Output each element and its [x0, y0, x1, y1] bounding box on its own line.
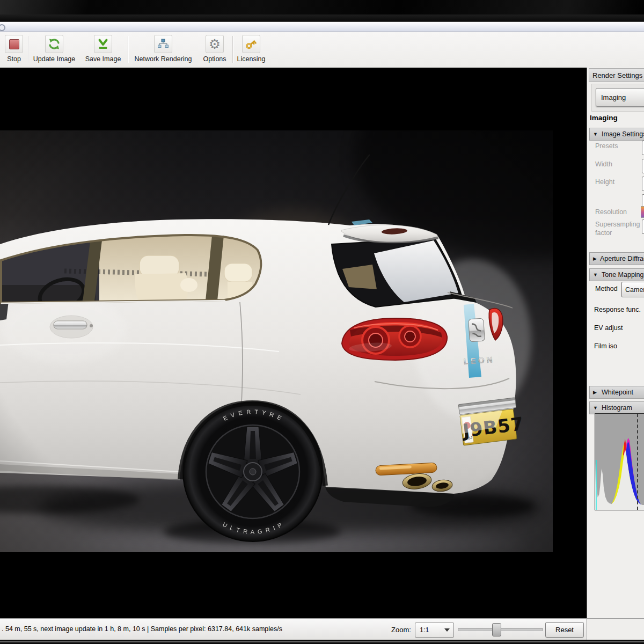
section-histogram[interactable]: ▼ Histogram — [589, 401, 644, 414]
histogram-clip-marker — [637, 414, 638, 510]
resolution-label: Resolution — [595, 208, 627, 216]
zoom-slider-handle[interactable] — [492, 623, 501, 636]
zoom-value: 1:1 — [420, 626, 429, 634]
category-dropdown[interactable]: Imaging — [596, 88, 644, 107]
supersampling-label-2: factor — [595, 229, 612, 237]
toolbar: Stop Update Image Save Image — [0, 32, 644, 68]
method-label: Method — [595, 285, 618, 292]
ev-adjust-label: EV adjust — [594, 324, 623, 332]
section-label: Aperture Diffraction — [600, 255, 644, 262]
key-icon — [245, 38, 258, 50]
gear-icon: ⚙ — [209, 38, 221, 51]
render-viewport-image: LEON GBJ J9B57 — [0, 130, 553, 552]
supersampling-label-1: Supersampling — [595, 221, 640, 228]
toolbar-separator — [28, 36, 28, 63]
section-tone-mapping[interactable]: ▼ Tone Mapping — [589, 268, 644, 281]
triangle-down-icon: ▼ — [593, 272, 598, 277]
render-viewport: LEON GBJ J9B57 — [0, 68, 644, 618]
section-label: Whitepoint — [602, 389, 633, 396]
licensing-button[interactable]: Licensing — [235, 35, 267, 65]
stop-icon — [9, 39, 19, 49]
toolbar-separator — [232, 36, 233, 63]
network-rendering-label: Network Rendering — [135, 55, 192, 63]
section-image-settings[interactable]: ▼ Image Settings — [589, 128, 644, 141]
presets-field[interactable] — [642, 141, 644, 155]
save-download-icon — [97, 38, 109, 50]
status-bar-right-segment — [586, 619, 644, 640]
resolution-indicator-icon — [641, 206, 644, 218]
film-iso-label: Film iso — [594, 342, 617, 350]
refresh-icon — [48, 38, 61, 50]
method-dropdown[interactable]: Camera — [621, 282, 644, 297]
update-image-button[interactable]: Update Image — [31, 35, 77, 65]
status-bar: . 54 m, 55 s, next image update in 1 h, … — [0, 618, 644, 640]
width-label: Width — [595, 160, 612, 168]
triangle-right-icon: ▶ — [593, 256, 597, 261]
panel-title: Render Settings — [589, 68, 644, 82]
network-icon — [157, 38, 170, 50]
chevron-down-icon — [444, 628, 450, 632]
triangle-right-icon: ▶ — [593, 390, 598, 395]
presets-label: Presets — [595, 142, 618, 150]
stop-label: Stop — [7, 55, 21, 63]
window-bottom-edge — [0, 640, 644, 644]
options-label: Options — [203, 55, 226, 63]
triangle-down-icon: ▼ — [593, 405, 598, 411]
render-status-text: . 54 m, 55 s, next image update in 1 h, … — [2, 625, 282, 633]
histogram-plot — [595, 413, 644, 510]
network-rendering-button[interactable]: Network Rendering — [131, 35, 195, 65]
licensing-label: Licensing — [237, 55, 266, 63]
update-image-label: Update Image — [33, 55, 76, 63]
zoom-dropdown[interactable]: 1:1 — [415, 623, 454, 638]
response-func-label: Response func. — [594, 306, 641, 313]
stop-button[interactable]: Stop — [2, 35, 26, 65]
section-whitepoint[interactable]: ▶ Whitepoint — [589, 386, 644, 399]
height-field[interactable] — [642, 177, 644, 191]
options-button[interactable]: ⚙ Options — [199, 35, 230, 65]
desktop-top-band — [0, 0, 644, 14]
toolbar-separator — [128, 36, 128, 63]
window-title-band — [0, 14, 644, 22]
menu-strip — [0, 22, 644, 32]
panel-heading: Imaging — [590, 114, 618, 122]
vignette — [0, 130, 553, 552]
supersampling-field[interactable] — [642, 219, 644, 234]
save-image-button[interactable]: Save Image — [82, 35, 125, 65]
reset-button[interactable]: Reset — [545, 622, 584, 638]
section-label: Tone Mapping — [602, 271, 644, 279]
width-field[interactable] — [642, 159, 644, 173]
triangle-down-icon: ▼ — [593, 131, 598, 137]
height-label: Height — [595, 178, 614, 186]
save-image-label: Save Image — [85, 55, 121, 63]
render-settings-panel: Render Settings Imaging Imaging ▼ Image … — [587, 68, 644, 618]
section-aperture-diffraction[interactable]: ▶ Aperture Diffraction — [589, 252, 644, 265]
zoom-label: Zoom: — [391, 626, 411, 634]
section-label: Histogram — [602, 404, 632, 412]
section-label: Image Settings — [602, 130, 644, 138]
